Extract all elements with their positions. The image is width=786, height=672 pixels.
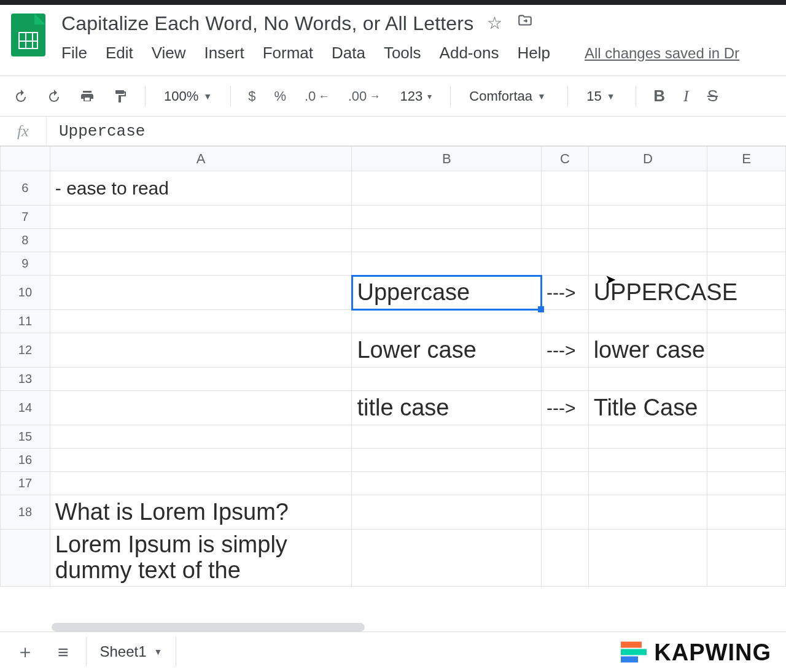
row-header-13[interactable]: 13 <box>1 368 50 391</box>
row-header-12[interactable]: 12 <box>1 333 50 368</box>
spreadsheet-grid[interactable]: A B C D E 6 - ease to read 7 8 9 10 Uppe… <box>0 146 786 631</box>
cell-D12[interactable]: lower case <box>588 333 707 368</box>
menu-file[interactable]: File <box>61 44 87 63</box>
sheet-tab-sheet1[interactable]: Sheet1 ▼ <box>86 637 177 666</box>
menu-help[interactable]: Help <box>517 44 550 63</box>
cell-C10[interactable]: ---> <box>542 276 589 310</box>
sheet-tab-label: Sheet1 <box>100 643 147 660</box>
row-header-10[interactable]: 10 <box>1 276 50 310</box>
star-icon[interactable]: ☆ <box>487 13 502 33</box>
column-header-C[interactable]: C <box>542 147 589 171</box>
row-header-15[interactable]: 15 <box>1 425 50 449</box>
column-header-A[interactable]: A <box>50 147 352 171</box>
app-header: Capitalize Each Word, No Words, or All L… <box>0 5 786 76</box>
row-header-11[interactable]: 11 <box>1 310 50 333</box>
all-sheets-button[interactable]: ≡ <box>52 637 75 668</box>
cell-B6[interactable] <box>352 171 542 206</box>
column-header-B[interactable]: B <box>352 147 542 171</box>
save-status[interactable]: All changes saved in Dr <box>585 45 739 62</box>
menu-tools[interactable]: Tools <box>384 44 421 63</box>
font-size-dropdown[interactable]: 15▼ <box>580 85 623 108</box>
menu-view[interactable]: View <box>152 44 186 63</box>
kapwing-label: KAPWING <box>654 639 771 665</box>
horizontal-scrollbar[interactable] <box>52 623 365 631</box>
undo-button[interactable] <box>9 85 33 107</box>
cell-A18[interactable]: What is Lorem Ipsum? <box>50 495 352 530</box>
bold-button[interactable]: B <box>648 83 670 109</box>
decrease-decimal-button[interactable]: .0← <box>300 85 335 108</box>
format-currency-button[interactable]: $ <box>243 85 260 108</box>
row-header-8[interactable]: 8 <box>1 229 50 252</box>
formula-input[interactable] <box>47 117 786 145</box>
cell-D10[interactable]: UPPERCASE <box>588 276 707 310</box>
cell-C12[interactable]: ---> <box>542 333 589 368</box>
cell-B10[interactable]: Uppercase <box>352 276 542 310</box>
cell-B12[interactable]: Lower case <box>352 333 542 368</box>
cell-C6[interactable] <box>542 171 589 206</box>
add-sheet-button[interactable]: ＋ <box>10 635 41 670</box>
menu-data[interactable]: Data <box>332 44 365 63</box>
more-formats-dropdown[interactable]: 123▾ <box>394 85 438 108</box>
redo-button[interactable] <box>42 85 66 107</box>
cell-A19[interactable]: Lorem Ipsum is simply dummy text of the <box>50 530 352 587</box>
sheets-logo-icon <box>11 14 45 56</box>
format-percent-button[interactable]: % <box>269 85 291 108</box>
row-header-7[interactable]: 7 <box>1 206 50 229</box>
row-header-16[interactable]: 16 <box>1 449 50 472</box>
separator <box>230 86 231 107</box>
chevron-down-icon: ▼ <box>607 91 615 101</box>
chevron-down-icon: ▼ <box>203 91 212 101</box>
cell-A7[interactable] <box>50 206 352 229</box>
sheet-tab-bar: ＋ ≡ Sheet1 ▼ KAPWING <box>0 631 786 672</box>
row-header-19[interactable] <box>1 530 50 587</box>
menu-edit[interactable]: Edit <box>106 44 133 63</box>
print-button[interactable] <box>75 85 99 107</box>
select-all-corner[interactable] <box>1 147 50 171</box>
row-header-17[interactable]: 17 <box>1 472 50 495</box>
font-family-dropdown[interactable]: Comfortaa▼ <box>463 85 555 108</box>
move-to-folder-icon[interactable] <box>516 13 534 33</box>
toolbar: 100%▼ $ % .0← .00→ 123▾ Comfortaa▼ 15▼ B… <box>0 76 786 117</box>
cell-E6[interactable] <box>707 171 786 206</box>
formula-bar: fx <box>0 117 786 146</box>
increase-decimal-button[interactable]: .00→ <box>343 85 386 108</box>
row-header-6[interactable]: 6 <box>1 171 50 206</box>
document-title[interactable]: Capitalize Each Word, No Words, or All L… <box>61 11 473 35</box>
column-header-D[interactable]: D <box>588 147 707 171</box>
chevron-down-icon: ▼ <box>537 91 546 101</box>
column-header-E[interactable]: E <box>707 147 786 171</box>
separator <box>636 86 636 107</box>
separator <box>145 86 146 107</box>
fx-icon: fx <box>0 117 47 145</box>
cell-D6[interactable] <box>588 171 707 206</box>
zoom-dropdown[interactable]: 100%▼ <box>158 85 218 108</box>
italic-button[interactable]: I <box>679 83 694 109</box>
chevron-down-icon: ▾ <box>427 91 432 101</box>
strikethrough-button[interactable]: S <box>702 83 723 109</box>
row-header-14[interactable]: 14 <box>1 391 50 425</box>
separator <box>567 86 568 107</box>
cell-A6[interactable]: - ease to read <box>50 171 352 206</box>
kapwing-watermark: KAPWING <box>621 639 771 665</box>
cell-D14[interactable]: Title Case <box>588 391 707 425</box>
row-header-9[interactable]: 9 <box>1 252 50 276</box>
kapwing-logo-icon <box>621 642 647 663</box>
row-header-18[interactable]: 18 <box>1 495 50 530</box>
menu-bar: File Edit View Insert Format Data Tools … <box>61 44 739 63</box>
separator <box>450 86 451 107</box>
menu-addons[interactable]: Add-ons <box>440 44 499 63</box>
menu-format[interactable]: Format <box>263 44 313 63</box>
cell-B14[interactable]: title case <box>352 391 542 425</box>
browser-top-strip <box>0 0 786 5</box>
menu-insert[interactable]: Insert <box>204 44 244 63</box>
paint-format-button[interactable] <box>108 85 133 107</box>
cell-C14[interactable]: ---> <box>542 391 589 425</box>
chevron-down-icon[interactable]: ▼ <box>154 647 163 657</box>
cell-A10[interactable] <box>50 276 352 310</box>
